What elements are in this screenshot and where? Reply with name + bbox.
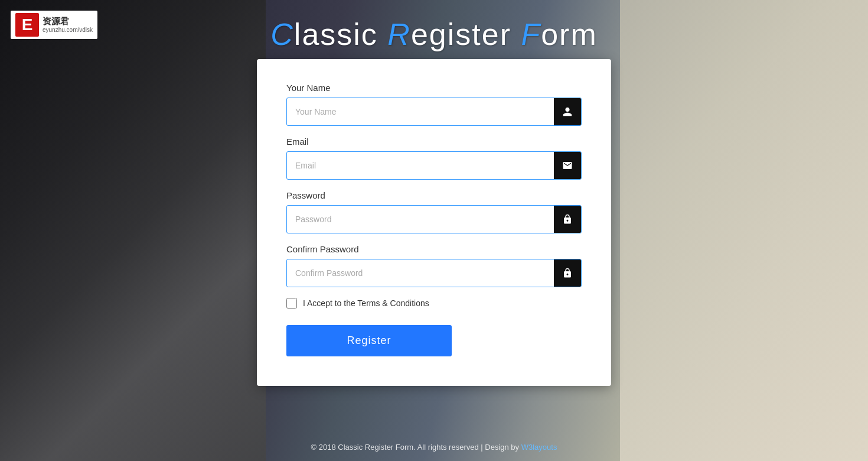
lock-icon <box>562 214 573 225</box>
name-icon-btn[interactable] <box>554 98 581 125</box>
register-button[interactable]: Register <box>286 325 452 356</box>
title-f-accent: F <box>521 17 541 51</box>
password-input[interactable] <box>287 207 554 231</box>
confirm-input[interactable] <box>287 261 554 285</box>
terms-label[interactable]: I Accept to the Terms & Conditions <box>303 298 429 308</box>
email-icon <box>562 160 573 171</box>
register-form-card: Your Name Email Password <box>257 59 611 386</box>
title-lassic: lassic <box>294 17 387 51</box>
page-title: Classic Register Form <box>0 17 868 52</box>
title-egister: egister <box>411 17 521 51</box>
title-c-accent: C <box>270 17 294 51</box>
password-icon-btn[interactable] <box>554 206 581 233</box>
title-orm: orm <box>541 17 598 51</box>
password-field-group: Password <box>286 190 582 233</box>
footer-link[interactable]: W3layouts <box>521 443 557 452</box>
name-input[interactable] <box>287 100 554 124</box>
terms-row: I Accept to the Terms & Conditions <box>286 298 582 309</box>
terms-checkbox[interactable] <box>286 298 297 309</box>
email-input[interactable] <box>287 154 554 177</box>
name-field-group: Your Name <box>286 83 582 126</box>
email-field-row <box>286 151 582 180</box>
title-r-accent: R <box>387 17 411 51</box>
confirm-field-group: Confirm Password <box>286 244 582 287</box>
name-field-row <box>286 98 582 126</box>
user-icon <box>562 106 573 117</box>
email-icon-btn[interactable] <box>554 152 581 179</box>
confirm-lock-icon <box>562 268 573 278</box>
footer: © 2018 Classic Register Form. All rights… <box>0 443 868 452</box>
name-label: Your Name <box>286 83 582 93</box>
confirm-icon-btn[interactable] <box>554 259 581 287</box>
password-label: Password <box>286 190 582 200</box>
footer-text: © 2018 Classic Register Form. All rights… <box>311 443 521 452</box>
email-label: Email <box>286 137 582 147</box>
confirm-field-row <box>286 259 582 287</box>
confirm-label: Confirm Password <box>286 244 582 254</box>
email-field-group: Email <box>286 137 582 180</box>
password-field-row <box>286 205 582 233</box>
